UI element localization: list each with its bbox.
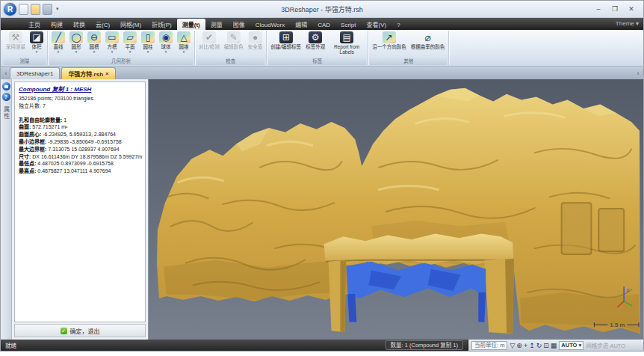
status-right: 当前单位: m ▽ ⊕ + ↥ ↻ ⊡ ▦ AUTO ▾ 网格步 — [468, 340, 643, 351]
auto-render-toggle[interactable]: AUTO ▾ — [559, 341, 583, 350]
status-ready: 就绪 — [5, 341, 16, 349]
ribbon-button[interactable]: ◉ 球体 ▾ — [157, 31, 175, 58]
line-icon: ╱ — [52, 31, 65, 43]
title-bar: R ▾ 3DReshaper - 华强方特.rsh – ❐ ✕ — [1, 1, 643, 18]
report-from-labels-icon: ▤ — [340, 31, 353, 43]
round-slot-icon: ⊖ — [87, 31, 101, 43]
svg-text:1.5 m: 1.5 m — [610, 322, 625, 328]
selection-box-icon[interactable]: ⊡ — [543, 341, 549, 350]
confirm-exit-button[interactable]: ✓ 确定，退出 — [14, 324, 146, 337]
ribbon-tab[interactable]: CloudWorx — [250, 20, 290, 30]
quick-access-toolbar: ▾ — [19, 4, 59, 15]
maximize-button[interactable]: ❐ — [609, 4, 621, 14]
ribbon-tab[interactable]: 云(C) — [90, 19, 115, 30]
tab-close-icon[interactable]: × — [105, 70, 109, 77]
minimize-button[interactable]: – — [592, 4, 604, 14]
ribbon-button[interactable]: ▯ 圆柱 ▾ — [139, 31, 157, 58]
doc-scroll-right-icon[interactable]: › — [634, 68, 642, 79]
ribbon-tab[interactable]: 转换 — [68, 19, 90, 30]
pick-point-icon[interactable]: ↥ — [529, 341, 535, 350]
ribbon-tab[interactable]: 网格(M) — [115, 19, 146, 30]
ribbon-group-label: 其他 — [370, 58, 447, 65]
ribbon-button[interactable]: ⚒ 采用测量 — [4, 31, 28, 58]
pan-icon[interactable]: + — [524, 341, 527, 350]
ribbon-tab[interactable]: 查看(V) — [362, 19, 392, 30]
ribbon-group-other: ↗ 沿一个方向颜色 ⌀ 根据曲率的颜色 其他 — [368, 31, 449, 65]
ribbon-button[interactable]: ● 安全值 — [246, 31, 265, 58]
ribbon-tab[interactable]: 折线(P) — [146, 19, 177, 30]
current-unit[interactable]: 当前单位: m — [471, 341, 507, 350]
ribbon-tab[interactable]: 图像 — [228, 19, 250, 30]
annotation-icon[interactable] — [2, 82, 10, 90]
app-window: R ▾ 3DReshaper - 华强方特.rsh – ❐ ✕ Theme ▾ … — [0, 0, 644, 352]
open-file-icon[interactable] — [31, 4, 40, 15]
ribbon-button[interactable]: ⚙ 标签外观 — [303, 31, 327, 58]
doc-scroll-left-icon[interactable]: ‹ — [2, 68, 10, 79]
theme-selector[interactable]: Theme ▾ — [616, 20, 639, 27]
check-icon: ✓ — [61, 328, 67, 334]
ribbon-button[interactable]: ▤ Report from Labels — [327, 31, 366, 58]
grid-step-label: 网格步进 AUTO — [586, 341, 625, 349]
properties-side-tab[interactable]: 属性 — [2, 106, 10, 120]
new-document-icon[interactable] — [19, 4, 28, 15]
ribbon-group-label: 标签 — [268, 58, 366, 65]
color-by-curvature-icon: ⌀ — [421, 31, 434, 43]
zoom-icon[interactable]: ⊕ — [516, 341, 522, 350]
property-line: 最大边界框: 7.313075 15.028937 4.907694 — [19, 146, 141, 153]
ribbon-tab[interactable]: 编辑 — [290, 19, 312, 30]
property-line: 最小边界框: -9.29836 -3.850649 -0.6915758 — [19, 138, 141, 146]
property-line: 曲面质心: -6.234925, 5.959313, 2.884764 — [19, 131, 141, 138]
volume-icon: ◪ — [30, 31, 43, 43]
window-title: 3DReshaper - 华强方特.rsh — [1, 4, 643, 14]
ribbon-group-label: 检查 — [196, 58, 264, 65]
ribbon-tab[interactable]: 主页 — [23, 19, 46, 30]
ribbon-tab[interactable]: 构建 — [46, 19, 68, 30]
ribbon-button[interactable]: ◪ 体积 ▾ — [28, 31, 46, 58]
ribbon-button[interactable]: ↗ 沿一个方向颜色 — [370, 31, 409, 58]
viewport-3d[interactable]: z 1.5 m — [149, 79, 643, 340]
ribbon-button[interactable]: ✎ 编辑颜色 — [222, 31, 246, 58]
plane-icon: ▱ — [123, 31, 137, 43]
ribbon-tab[interactable]: CAD — [312, 20, 335, 30]
ribbon: ⚒ 采用测量 ◪ 体积 ▾ 测量 ╱ — [1, 30, 643, 67]
ribbon-button[interactable]: ▱ 平面 ▾ — [121, 31, 139, 58]
ribbon-button[interactable]: ⌀ 根据曲率的颜色 — [409, 31, 448, 58]
property-line: 最低点: 4.487025 0.8973099 -0.6915758 — [19, 160, 141, 168]
document-tab[interactable]: 3DReshaper1 — [10, 67, 60, 79]
ribbon-tab[interactable]: ? — [391, 20, 405, 30]
ribbon-group-geometry: ╱ 直线 ▾ ◯ 圆形 ▾ ⊖ 圆槽 ▾ — [48, 31, 195, 65]
grid-icon[interactable]: ▦ — [551, 341, 557, 350]
save-icon[interactable] — [43, 4, 52, 15]
ribbon-button[interactable]: ⊞ 创建/编辑标签 — [268, 31, 303, 58]
square-slot-icon: ▭ — [105, 31, 119, 43]
help-icon[interactable]: ? — [2, 93, 10, 101]
document-tab-bar: ‹ 3DReshaper1 华强方特.rsh × › — [1, 67, 643, 79]
close-button[interactable]: ✕ — [625, 4, 637, 14]
qat-dropdown-icon[interactable]: ▾ — [56, 6, 59, 12]
viewport-canvas[interactable]: z 1.5 m — [149, 79, 643, 340]
ribbon-button[interactable]: ▭ 方槽 ▾ — [103, 31, 121, 58]
ribbon-button[interactable]: ◯ 圆形 ▾ — [67, 31, 85, 58]
ribbon-tab[interactable]: 测量 — [205, 19, 228, 30]
ribbon-button[interactable]: ✔ 对比/检测 — [196, 31, 222, 58]
ribbon-button[interactable]: ⊖ 圆槽 ▾ — [85, 31, 103, 58]
rotate-icon[interactable]: ↻ — [536, 341, 542, 350]
cone-icon: △ — [177, 31, 191, 43]
object-title: Compound 复制 1 : MESH — [19, 85, 141, 93]
ribbon-button[interactable]: ╱ 直线 ▾ — [49, 31, 67, 58]
document-tab[interactable]: 华强方特.rsh × — [61, 67, 115, 79]
ribbon-button[interactable]: △ 圆锥 ▾ — [175, 31, 193, 58]
create-edit-label-icon: ⊞ — [279, 31, 293, 43]
ribbon-group-label: 测量 — [4, 58, 46, 65]
cylinder-icon: ▯ — [141, 31, 155, 43]
properties-content: Compound 复制 1 : MESH 352186 points; 7031… — [14, 82, 146, 322]
ribbon-group-labels: ⊞ 创建/编辑标签 ⚙ 标签外观 ▤ Report from Labels — [267, 31, 368, 65]
selection-count: 数量: 1 (Compound 复制 1) — [386, 340, 463, 350]
ribbon-tab[interactable]: Script — [335, 20, 361, 30]
ribbon-tab[interactable]: 测量(t) — [177, 19, 205, 30]
app-logo-icon[interactable]: R — [4, 3, 16, 16]
filter-icon[interactable]: ▽ — [510, 341, 515, 350]
circle-icon: ◯ — [69, 31, 83, 43]
probe-measure-icon: ⚒ — [9, 31, 22, 43]
status-left: 就绪 数量: 1 (Compound 复制 1) — [1, 340, 468, 351]
